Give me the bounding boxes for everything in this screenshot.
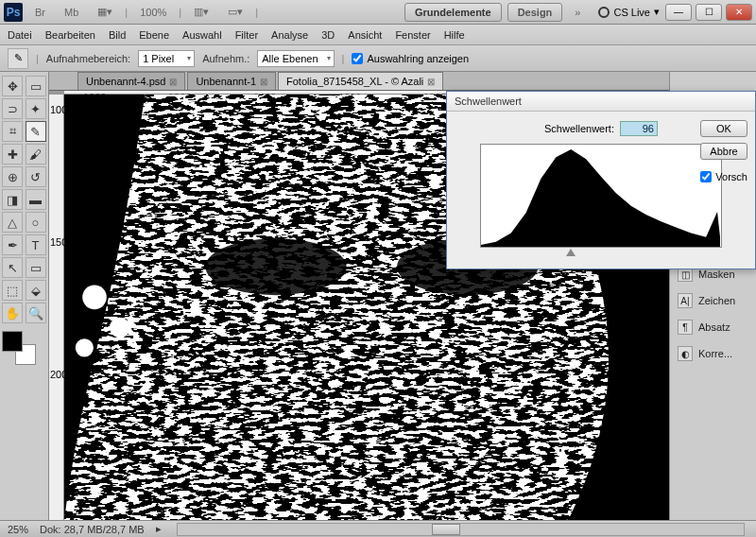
- menu-bearbeiten[interactable]: Bearbeiten: [45, 29, 95, 41]
- schwellenwert-dialog: Schwellenwert Schwellenwert: OK Abbre Vo…: [446, 91, 756, 269]
- minimize-button[interactable]: —: [665, 4, 692, 21]
- close-button[interactable]: ✕: [726, 4, 752, 21]
- ok-button[interactable]: OK: [700, 120, 747, 137]
- menu-datei[interactable]: Datei: [8, 29, 32, 41]
- menu-bild[interactable]: Bild: [109, 29, 126, 41]
- bridge-button[interactable]: Br: [28, 4, 52, 21]
- aufnahmebereich-label: Aufnahmebereich:: [46, 53, 130, 64]
- svg-point-2: [205, 238, 346, 295]
- menu-hilfe[interactable]: Hilfe: [444, 29, 465, 41]
- dodge-tool[interactable]: ○: [26, 212, 46, 233]
- eraser-tool[interactable]: ◨: [2, 189, 23, 210]
- zoom-tool[interactable]: 🔍: [26, 303, 46, 323]
- cslive-label: CS Live: [613, 7, 650, 18]
- eyedropper-tool[interactable]: ✎: [26, 121, 46, 142]
- threshold-input[interactable]: [620, 121, 658, 136]
- threshold-slider[interactable]: [480, 250, 722, 259]
- histogram: [480, 144, 722, 248]
- panel-absatz[interactable]: ¶Absatz: [670, 314, 756, 340]
- vorschau-checkbox[interactable]: Vorsch: [700, 171, 747, 182]
- svg-point-4: [82, 285, 107, 309]
- aufnahmebereich-combo[interactable]: 1 Pixel: [138, 50, 195, 67]
- doc-tab[interactable]: Fotolia_8715458_XL - © Azali⊠: [278, 72, 443, 90]
- abbrechen-button[interactable]: Abbre: [700, 143, 747, 160]
- path-tool[interactable]: ↖: [2, 257, 23, 278]
- workspace-design[interactable]: Design: [507, 3, 563, 22]
- zoom-level[interactable]: 100%: [133, 4, 173, 21]
- menu-3d[interactable]: 3D: [321, 29, 335, 41]
- close-icon[interactable]: ⊠: [260, 77, 267, 87]
- menu-auswahl[interactable]: Auswahl: [182, 29, 222, 41]
- minibridge-button[interactable]: Mb: [58, 4, 85, 21]
- doc-layout-icon[interactable]: ▦▾: [91, 3, 119, 21]
- history-brush-tool[interactable]: ↺: [26, 166, 46, 187]
- status-dok: Dok: 28,7 MB/28,7 MB: [40, 524, 145, 535]
- view-icon-1[interactable]: ▥▾: [187, 3, 215, 21]
- aufnehm-label: Aufnehm.:: [202, 53, 249, 64]
- close-icon[interactable]: ⊠: [427, 77, 435, 87]
- lasso-tool[interactable]: ⊃: [2, 98, 23, 119]
- marquee-tool[interactable]: ▭: [26, 76, 46, 96]
- 3d-tool[interactable]: ⬚: [2, 280, 23, 301]
- blur-tool[interactable]: △: [2, 212, 23, 233]
- workspace-grundelemente[interactable]: Grundelemente: [404, 3, 502, 22]
- panel-icon: ¶: [678, 320, 693, 335]
- gradient-tool[interactable]: ▬: [26, 189, 46, 210]
- panel-icon: A|: [678, 293, 693, 308]
- doc-tab[interactable]: Unbenannt-1⊠: [187, 72, 276, 90]
- cslive-button[interactable]: CS Live▾: [598, 6, 660, 18]
- ruler-vertical: 100015002000: [49, 95, 64, 520]
- dialog-title: Schwellenwert: [447, 92, 755, 112]
- view-icon-2[interactable]: ▭▾: [221, 3, 249, 21]
- menu-ansicht[interactable]: Ansicht: [348, 29, 382, 41]
- aufnehm-combo[interactable]: Alle Ebenen: [257, 50, 334, 67]
- panel-korre[interactable]: ◐Korre...: [670, 340, 756, 367]
- crop-tool[interactable]: ⌗: [2, 121, 23, 142]
- maximize-button[interactable]: ☐: [696, 4, 722, 21]
- color-swatches[interactable]: [2, 331, 40, 369]
- svg-point-5: [110, 318, 129, 338]
- heal-tool[interactable]: ✚: [2, 144, 23, 165]
- threshold-label: Schwellenwert:: [544, 123, 614, 134]
- status-zoom[interactable]: 25%: [8, 524, 28, 535]
- auswahlring-checkbox[interactable]: Auswahlring anzeigen: [352, 53, 469, 64]
- ps-logo: Ps: [4, 3, 23, 22]
- stamp-tool[interactable]: ⊕: [2, 166, 23, 187]
- cslive-icon: [598, 7, 610, 18]
- pen-tool[interactable]: ✒: [2, 234, 23, 255]
- menu-ebene[interactable]: Ebene: [139, 29, 169, 41]
- h-scrollbar[interactable]: [177, 523, 745, 536]
- menu-filter[interactable]: Filter: [235, 29, 258, 41]
- svg-marker-7: [481, 149, 720, 247]
- eyedropper-icon: ✎: [8, 48, 28, 69]
- panel-zeichen[interactable]: A|Zeichen: [670, 287, 756, 314]
- 3d-cam-tool[interactable]: ⬙: [26, 280, 46, 301]
- svg-point-6: [76, 338, 94, 356]
- close-icon[interactable]: ⊠: [169, 77, 177, 87]
- wand-tool[interactable]: ✦: [26, 98, 46, 119]
- brush-tool[interactable]: 🖌: [26, 144, 46, 165]
- menu-fenster[interactable]: Fenster: [395, 29, 430, 41]
- fg-color-swatch[interactable]: [2, 331, 23, 352]
- menu-analyse[interactable]: Analyse: [271, 29, 308, 41]
- workspace-more[interactable]: »: [568, 4, 587, 21]
- hand-tool[interactable]: ✋: [2, 303, 23, 323]
- move-tool[interactable]: ✥: [2, 76, 23, 96]
- type-tool[interactable]: T: [26, 234, 46, 255]
- shape-tool[interactable]: ▭: [26, 257, 46, 278]
- panel-icon: ◐: [678, 346, 693, 361]
- tool-panel: ✥▭ ⊃✦ ⌗✎ ✚🖌 ⊕↺ ◨▬ △○ ✒T ↖▭ ⬚⬙ ✋🔍: [0, 72, 49, 520]
- doc-tab[interactable]: Unbenannt-4.psd⊠: [77, 72, 185, 90]
